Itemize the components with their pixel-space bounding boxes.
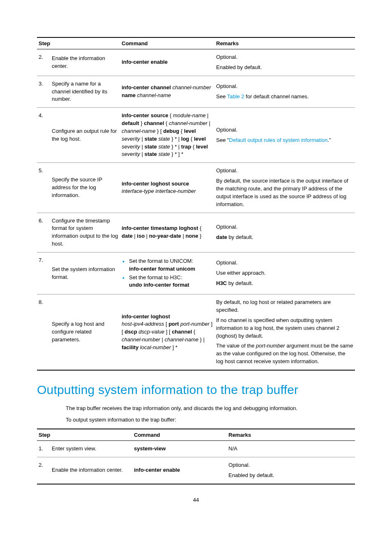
- step-remarks: Optional. See "Default output rules of s…: [214, 108, 355, 163]
- step-command: info-center loghost sourceinterface-type…: [120, 163, 214, 213]
- col-command: Command: [132, 429, 227, 441]
- col-step: Step: [37, 429, 132, 441]
- list-item: Set the format to UNICOM:info-center for…: [129, 257, 213, 273]
- step-number: 2.: [37, 49, 50, 76]
- table-row: 7. Set the system information format. Se…: [37, 252, 355, 294]
- table2-link[interactable]: Table 2: [227, 93, 244, 100]
- col-remarks: Remarks: [227, 429, 355, 441]
- step-command: Set the format to UNICOM:info-center for…: [120, 252, 214, 294]
- step-command: system-view: [132, 441, 227, 457]
- step-remarks: Optional. Enabled by default.: [227, 457, 355, 484]
- section-heading: Outputting system information to the tra…: [37, 383, 355, 397]
- step-number: 7.: [37, 252, 50, 294]
- step-desc: Set the system information format.: [50, 252, 120, 294]
- step-desc: Specify the source IP address for the lo…: [50, 163, 120, 213]
- step-command: info-center source { module-name | defau…: [120, 108, 214, 163]
- step-command: info-center enable: [132, 457, 227, 484]
- step-remarks: By default, no log host or related param…: [214, 294, 355, 370]
- step-command: info-center loghost host-ipv4-address [ …: [120, 294, 214, 370]
- col-command: Command: [120, 37, 214, 49]
- table-row: 1. Enter system view. system-view N/A: [37, 441, 355, 457]
- table-row: 4. Configure an output rule for the log …: [37, 108, 355, 163]
- step-remarks: Optional. Enabled by default.: [214, 49, 355, 76]
- step-desc: Enable the information center.: [50, 49, 120, 76]
- step-desc: Enter system view.: [50, 441, 132, 457]
- table-row: 2. Enable the information center. info-c…: [37, 49, 355, 76]
- default-rules-link[interactable]: Default output rules of system informati…: [229, 137, 327, 143]
- col-remarks: Remarks: [214, 37, 355, 49]
- col-step: Step: [37, 37, 120, 49]
- intro-para-2: To output system information to the trap…: [66, 416, 355, 424]
- step-desc: Specify a name for a channel identified …: [50, 76, 120, 108]
- step-number: 6.: [37, 213, 50, 252]
- step-number: 2.: [37, 457, 50, 484]
- table-row: 3. Specify a name for a channel identifi…: [37, 76, 355, 108]
- intro-para-1: The trap buffer receives the trap inform…: [66, 404, 355, 412]
- step-remarks: Optional. Use either approach. H3C by de…: [214, 252, 355, 294]
- step-desc: Configure the timestamp format for syste…: [50, 213, 120, 252]
- trap-buffer-table: Step Command Remarks 1. Enter system vie…: [37, 429, 355, 484]
- page-number: 44: [37, 497, 355, 503]
- step-remarks: N/A: [227, 441, 355, 457]
- step-desc: Configure an output rule for the log hos…: [50, 108, 120, 163]
- step-command: info-center enable: [120, 49, 214, 76]
- step-number: 8.: [37, 294, 50, 370]
- step-number: 1.: [37, 441, 50, 457]
- list-item: Set the format to H3C:undo info-center f…: [129, 274, 213, 290]
- step-desc: Specify a log host and configure related…: [50, 294, 120, 370]
- step-number: 4.: [37, 108, 50, 163]
- step-number: 3.: [37, 76, 50, 108]
- step-remarks: Optional. date by default.: [214, 213, 355, 252]
- table-row: 6. Configure the timestamp format for sy…: [37, 213, 355, 252]
- step-desc: Enable the information center.: [50, 457, 132, 484]
- table-row: 8. Specify a log host and configure rela…: [37, 294, 355, 370]
- table-row: 2. Enable the information center. info-c…: [37, 457, 355, 484]
- config-steps-table: Step Command Remarks 2. Enable the infor…: [37, 37, 355, 371]
- step-command: info-center channel channel-number name …: [120, 76, 214, 108]
- step-remarks: Optional. By default, the source interfa…: [214, 163, 355, 213]
- step-number: 5.: [37, 163, 50, 213]
- step-command: info-center timestamp loghost { date | i…: [120, 213, 214, 252]
- step-remarks: Optional. See Table 2 for default channe…: [214, 76, 355, 108]
- table-row: 5. Specify the source IP address for the…: [37, 163, 355, 213]
